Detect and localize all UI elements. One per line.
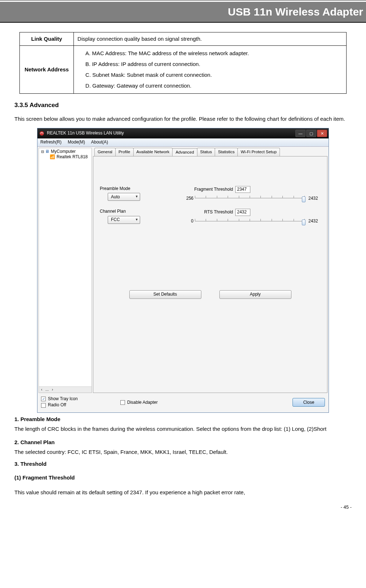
window-title: REALTEK 11n USB Wireless LAN Utility [47, 131, 295, 136]
maximize-button[interactable]: ▢ [306, 130, 316, 137]
computer-icon: 🖥 [45, 149, 49, 154]
close-window-button[interactable]: ✕ [317, 130, 327, 137]
tab-advanced[interactable]: Advanced [172, 148, 197, 156]
show-tray-label: Show Tray Icon [48, 396, 78, 402]
tab-general[interactable]: General [94, 148, 116, 156]
tab-wifi-protect[interactable]: Wi-Fi Protect Setup [237, 148, 280, 156]
tab-profile[interactable]: Profile [115, 148, 134, 156]
rts-min: 0 [179, 218, 193, 224]
tree-root[interactable]: MyComputer [51, 149, 76, 154]
channel-text: The selected country: FCC, IC ETSI, Spai… [14, 447, 352, 457]
fragment-threshold-label: Fragment Threshold [179, 187, 233, 193]
close-button[interactable]: Close [293, 398, 325, 407]
threshold-heading: 3. Threshold [14, 460, 352, 468]
link-quality-desc: Display connection quality based on sign… [74, 32, 347, 46]
fragment-slider[interactable] [195, 194, 305, 202]
definitions-table: Link Quality Display connection quality … [19, 32, 347, 94]
radio-off-label: Radio Off [48, 402, 66, 408]
page-header: USB 11n Wireless Adapter [0, 2, 366, 23]
section-heading: 3.3.5 Advanced [14, 100, 352, 110]
section-intro: This screen below allows you to make adv… [14, 114, 352, 124]
preamble-text: The length of CRC blocks in the frames d… [14, 424, 352, 434]
preamble-value: Auto [111, 194, 120, 200]
dropdown-arrow-icon: ▼ [135, 218, 138, 222]
page-number: - 45 - [0, 501, 366, 518]
fragment-slider-thumb[interactable] [302, 196, 305, 202]
tab-statistics[interactable]: Statistics [215, 148, 238, 156]
bottom-options: ✓Show Tray Icon Radio Off Disable Adapte… [37, 394, 329, 412]
apply-button[interactable]: Apply [219, 290, 291, 299]
tree-scrollbar[interactable]: ‹ … › [39, 386, 92, 393]
menu-refresh[interactable]: Refresh(R) [40, 140, 62, 145]
set-defaults-button[interactable]: Set Defaults [129, 290, 201, 299]
preamble-label: Preamble Mode [100, 186, 172, 192]
adapter-icon: 📶 [50, 154, 55, 159]
dropdown-arrow-icon: ▼ [135, 195, 138, 199]
disable-adapter-label: Disable Adapter [127, 400, 158, 406]
tree-child[interactable]: Realtek RTL818 [57, 154, 88, 159]
rts-threshold-label: RTS Threshold [179, 209, 233, 215]
fragment-threshold-text: This value should remain at its default … [14, 487, 352, 498]
tab-status[interactable]: Status [197, 148, 215, 156]
svg-point-0 [40, 131, 44, 136]
link-quality-label: Link Quality [20, 32, 74, 46]
channel-heading: 2. Channel Plan [14, 438, 352, 447]
channel-plan-dropdown[interactable]: FCC ▼ [108, 216, 140, 224]
app-icon [39, 131, 45, 136]
page-content: Link Quality Display connection quality … [0, 25, 366, 498]
menu-mode[interactable]: Mode(M) [68, 140, 85, 145]
tab-strip: General Profile Available Network Advanc… [93, 148, 327, 156]
rts-max: 2432 [306, 218, 321, 224]
tree-toggle-icon[interactable]: ⊟ [41, 150, 44, 154]
channel-plan-value: FCC [111, 217, 120, 223]
channel-plan-label: Channel Plan [100, 209, 172, 215]
ip-line: B. IP Address: IP address of current con… [85, 59, 343, 70]
gateway-line: D. Gateway: Gateway of current connectio… [85, 80, 343, 91]
rts-threshold-value[interactable]: 2432 [235, 209, 250, 216]
subnet-line: C. Subnet Mask: Subnet mask of current c… [85, 70, 343, 80]
advanced-panel: Preamble Mode Auto ▼ Fragment Threshold … [93, 156, 327, 393]
mac-line: A. MAC Address: The MAC address of the w… [85, 48, 343, 59]
device-tree[interactable]: ⊟ 🖥MyComputer 📶Realtek RTL818 ‹ … › [39, 148, 92, 393]
radio-off-checkbox[interactable] [41, 403, 46, 408]
rts-slider[interactable] [195, 217, 305, 225]
fragment-threshold-value[interactable]: 2347 [235, 186, 250, 193]
preamble-heading: 1. Preamble Mode [14, 415, 352, 424]
fragment-threshold-heading: (1) Fragment Threshold [14, 473, 352, 482]
menubar: Refresh(R) Mode(M) About(A) [37, 138, 329, 147]
disable-adapter-checkbox[interactable] [120, 400, 125, 405]
fragment-max: 2432 [306, 196, 321, 202]
fragment-min: 256 [179, 196, 193, 202]
minimize-button[interactable]: — [295, 130, 305, 137]
show-tray-checkbox[interactable]: ✓ [41, 397, 46, 401]
tab-available-network[interactable]: Available Network [133, 148, 173, 156]
titlebar[interactable]: REALTEK 11n USB Wireless LAN Utility — ▢… [37, 128, 329, 138]
preamble-dropdown[interactable]: Auto ▼ [108, 193, 140, 201]
realtek-utility-window: REALTEK 11n USB Wireless LAN Utility — ▢… [37, 128, 329, 413]
network-address-label: Network Address [20, 46, 74, 94]
rts-slider-thumb[interactable] [302, 220, 305, 225]
menu-about[interactable]: About(A) [91, 140, 108, 145]
network-address-desc: A. MAC Address: The MAC address of the w… [74, 46, 347, 94]
